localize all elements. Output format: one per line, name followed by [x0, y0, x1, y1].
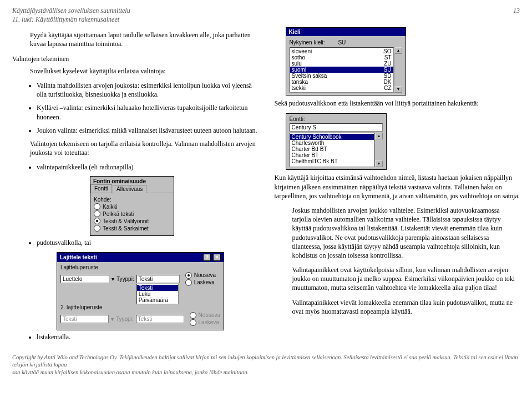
radio-pelkka-teksti[interactable]: Pelkkä teksti: [94, 210, 170, 217]
sort-type-select[interactable]: Teksti: [136, 275, 180, 283]
type-option[interactable]: Päivämäärä: [137, 297, 178, 303]
font-option: ChelthmITC Bk BT: [290, 158, 374, 164]
header-title-2: 11. luki: Käyttöliittymän rakennusaineet: [12, 16, 130, 24]
footer-line-2: saa käyttää muun kirjallisen kokonaisuud…: [12, 369, 249, 375]
page-header: Käyttäjäystävällisen sovelluksen suunnit…: [12, 7, 520, 24]
language-dialog: Kieli Nykyinen kieli: SU sloveeniSO soth…: [286, 27, 406, 96]
fontprops-group-label: Kohde:: [94, 197, 170, 203]
list-item-selected: suomiSU: [290, 67, 393, 73]
list-item: Sveitsin saksaSD: [290, 73, 393, 79]
font-option: Charter BT: [290, 152, 374, 158]
radio-nouseva-disabled: Nouseva: [190, 312, 220, 319]
sort-label-1: Lajitteluperuste: [60, 264, 220, 270]
right-p2: Joskus mahdollisten arvojen joukko vaiht…: [292, 206, 520, 260]
radio-teksti-sarkaimet[interactable]: Teksti & Sarkaimet: [94, 225, 170, 232]
radio-laskeva-disabled: Laskeva: [190, 319, 220, 326]
left-intro: Pyydä käyttäjää sijoittamaan laput taulu…: [30, 31, 258, 48]
sort-dialog: Lajittele teksti ? × Lajitteluperuste Lu…: [57, 252, 224, 330]
sort-field-1[interactable]: Luettelo: [60, 275, 109, 283]
right-p1: Kun käyttäjä kirjoittaa etsimänsä vaihto…: [275, 173, 520, 200]
footer: Copyright by Antti Wiio and Technologos …: [12, 354, 520, 376]
list-item: tsekkiCZ: [290, 85, 393, 91]
left-bullet2: valintapainikkeella (eli radionapilla): [37, 163, 258, 172]
left-bullet: Valinta mahdollisten arvojen joukosta: e…: [37, 81, 258, 99]
left-p1: Sovellukset kyselevät käyttäjiltä erilai…: [30, 67, 258, 76]
right-p3: Valintapainikkeet ovat käyttökelpoisia s…: [292, 265, 520, 293]
scroll-up-icon: ▴: [394, 47, 402, 54]
language-list[interactable]: sloveeniSO sothoST suluZU suomiSU Sveits…: [290, 47, 394, 93]
list-item: tanskaDK: [290, 79, 393, 85]
scroll-down-icon: ▾: [394, 86, 402, 93]
lang-current: SU: [338, 39, 346, 46]
type-option[interactable]: Luku: [137, 291, 178, 297]
tab-alleviivaus[interactable]: Alleviivaus: [113, 185, 146, 193]
chevron-down-icon: ▾: [111, 316, 114, 322]
radio-nouseva[interactable]: Nouseva: [185, 272, 216, 279]
left-bullet: Kyllä/ei –valinta: esimerkiksi haluaako …: [37, 103, 258, 121]
scrollbar[interactable]: ▴ ▾: [394, 47, 402, 93]
list-item: sloveeniSO: [290, 48, 393, 54]
sort-title: Lajittele teksti: [60, 254, 97, 260]
footer-line-1: Copyright by Antti Wiio and Technologos …: [12, 354, 518, 368]
lang-title: Kieli: [289, 29, 301, 35]
header-title-1: Käyttäjäystävällisen sovelluksen suunnit…: [12, 7, 130, 16]
list-item: sothoST: [290, 54, 393, 61]
left-heading: Valintojen tekeminen: [12, 54, 258, 63]
scrollbar[interactable]: ▴ ▾: [374, 133, 383, 167]
right-intro: Sekä pudotusvalikkoon että listakenttään…: [275, 99, 520, 108]
font-list[interactable]: Century Schoolbook Charlesworth Charter …: [290, 133, 374, 167]
sort-label-2: 2. lajitteluperuste: [60, 304, 220, 310]
font-label: Eontti:: [290, 116, 383, 122]
font-option: Charlesworth: [290, 140, 374, 146]
radio-kaikki[interactable]: Kaikki: [94, 203, 170, 210]
sort-type-label: Tyyppi:: [116, 276, 134, 282]
font-option: Century Schoolbook: [290, 134, 374, 140]
lang-current-label: Nykyinen kieli:: [290, 39, 325, 46]
font-combo: Eontti: Century S Century Schoolbook Cha…: [286, 113, 387, 170]
list-item: suluZU: [290, 61, 393, 67]
radio-teksti-valilyonnit[interactable]: Teksti & Välilyönnit: [94, 218, 170, 224]
type-option[interactable]: Teksti: [137, 285, 178, 291]
sort-type-2: Teksti: [136, 315, 184, 323]
sort-type-label-2: Tyyppi:: [116, 316, 134, 322]
close-icon[interactable]: ×: [213, 254, 221, 261]
sort-field-2: Teksti: [60, 315, 109, 323]
titlebar-controls: ? ×: [202, 254, 221, 261]
left-bullet2: listakentällä.: [37, 333, 258, 341]
right-p4: Valintapainikkeet vievät lomakkeella ene…: [292, 298, 520, 316]
radio-laskeva[interactable]: Laskeva: [185, 279, 216, 286]
font-properties-dialog: Fontin ominaisuude Fontti Alleviivaus Ko…: [90, 176, 174, 236]
scroll-up-icon: ▴: [375, 133, 383, 139]
scroll-down-icon: ▾: [375, 160, 383, 167]
font-input[interactable]: Century S: [290, 123, 383, 132]
font-option: Charter Bd BT: [290, 146, 374, 152]
help-icon[interactable]: ?: [203, 254, 211, 261]
left-bullet2: pudotusvalikolla, tai: [37, 238, 258, 247]
chevron-down-icon[interactable]: ▾: [112, 276, 114, 282]
tab-fontti[interactable]: Fontti: [90, 184, 112, 193]
page-number: 13: [513, 7, 520, 24]
fontprops-title: Fontin ominaisuude: [90, 177, 174, 184]
left-p2: Valintojen tekemiseen on tarjolla erilai…: [30, 139, 258, 157]
left-bullet: Joukon valinta: esimerkiksi mitkä valinn…: [37, 126, 258, 135]
